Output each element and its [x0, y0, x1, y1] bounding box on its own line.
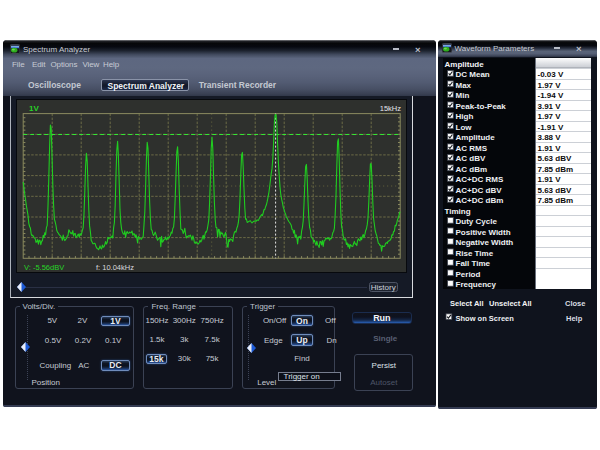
svg-text:15kHz: 15kHz — [379, 104, 401, 113]
svg-text:1V: 1V — [29, 104, 39, 113]
svg-text:V: -5.56dBV: V: -5.56dBV — [24, 263, 64, 272]
svg-text:f: 10.04kHz: f: 10.04kHz — [96, 263, 134, 272]
